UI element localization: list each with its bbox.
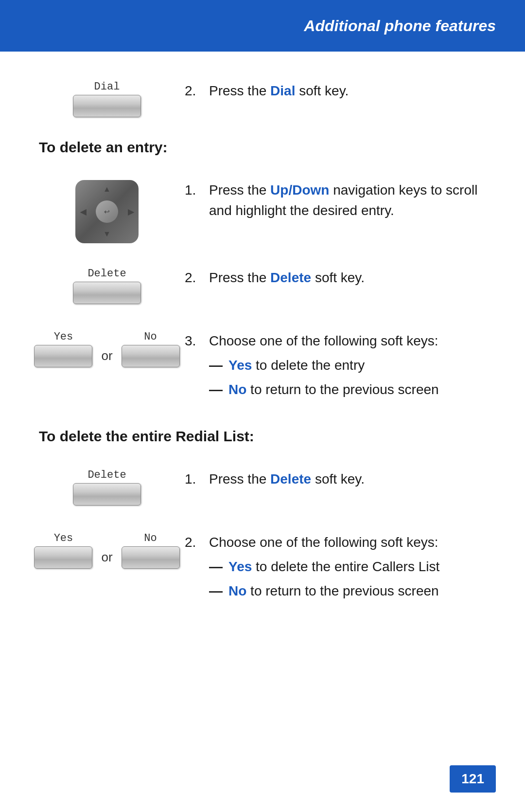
redial-step1-number: 1. xyxy=(185,469,209,489)
dial-softkey-image: Dial xyxy=(73,81,141,117)
delete-redial-label: Delete xyxy=(88,469,126,481)
dial-softkey-label: Dial xyxy=(94,81,120,93)
delete-redial-step2-item: 2. Choose one of the following soft keys… xyxy=(185,532,486,605)
yes1-softkey-image: Yes xyxy=(34,331,92,367)
bullet2-text: No to return to the previous screen xyxy=(228,379,439,400)
no1-label: No xyxy=(144,331,157,343)
delete-entry-step1-item: 1. Press the Up/Down navigation keys to … xyxy=(185,180,486,221)
delete-redial-step2-text: 2. Choose one of the following soft keys… xyxy=(175,527,486,610)
delete-entry-step2-row: Delete 2. Press the Delete soft key. xyxy=(39,263,486,307)
delete-entry-step3-text: 3. Choose one of the following soft keys… xyxy=(175,326,486,409)
delete-redial-softkey-col: Delete xyxy=(39,464,175,508)
dial-step2-row: Dial 2. Press the Dial soft key. xyxy=(39,76,486,120)
delete-redial-rect xyxy=(73,483,141,505)
navkey-enter-icon: ↩ xyxy=(104,208,110,216)
delete-entry-step3-item: 3. Choose one of the following soft keys… xyxy=(185,331,486,404)
yes1-label: Yes xyxy=(54,331,73,343)
step3-description: Choose one of the following soft keys: —… xyxy=(209,331,486,404)
yesno2-image-col: Yes or No xyxy=(39,527,175,571)
no2-rect xyxy=(122,546,180,569)
no1-rect xyxy=(122,345,180,367)
redial-step2-number: 2. xyxy=(185,532,209,553)
delete-entry-step1-text: 1. Press the Up/Down navigation keys to … xyxy=(175,175,486,226)
page-content: Dial 2. Press the Dial soft key. To dele… xyxy=(0,52,525,668)
step1-number: 1. xyxy=(185,180,209,200)
redial-bullet1-item: — Yes to delete the entire Callers List xyxy=(209,557,486,577)
yes2-label: Yes xyxy=(54,532,73,544)
redial-bullet1-dash: — xyxy=(209,557,228,577)
delete-redial-softkey-image: Delete xyxy=(73,469,141,505)
yes2-rect xyxy=(34,546,92,569)
redial-bullet1-text: Yes to delete the entire Callers List xyxy=(228,557,439,577)
redial-bullet2-item: — No to return to the previous screen xyxy=(209,581,486,601)
delete-entry-step2-item: 2. Press the Delete soft key. xyxy=(185,268,486,288)
redial-bullet2-dash: — xyxy=(209,581,228,601)
delete-softkey-rect xyxy=(73,282,141,304)
redial-step2-bullets: — Yes to delete the entire Callers List … xyxy=(209,557,486,601)
navkey-right-arrow: ▶ xyxy=(128,207,134,217)
dial-step2-item: 2. Press the Dial soft key. xyxy=(185,81,486,101)
header-bar: Additional phone features xyxy=(0,0,525,52)
dial-step-number: 2. xyxy=(185,81,209,101)
bullet1-dash: — xyxy=(209,355,228,376)
dial-step2-text: 2. Press the Dial soft key. xyxy=(175,76,486,106)
page-title: Additional phone features xyxy=(304,17,496,35)
yes2-softkey-image: Yes xyxy=(34,532,92,569)
no2-softkey-image: No xyxy=(122,532,180,569)
step2-number: 2. xyxy=(185,268,209,288)
navkey-down-arrow: ▼ xyxy=(103,230,111,238)
delete-softkey-label: Delete xyxy=(88,268,126,280)
dial-softkey-rect xyxy=(73,95,141,117)
step3-number: 3. xyxy=(185,331,209,351)
page-number: 121 xyxy=(450,765,496,793)
redial-step1-description: Press the Delete soft key. xyxy=(209,469,486,489)
navkey-center-button: ↩ xyxy=(96,200,118,223)
dial-step-description: Press the Dial soft key. xyxy=(209,81,486,101)
yesno1-buttons-row: Yes or No xyxy=(34,331,179,370)
bullet1-item: — Yes to delete the entry xyxy=(209,355,486,376)
no2-label: No xyxy=(144,532,157,544)
bullet2-dash: — xyxy=(209,379,228,400)
navkey-outer: ▲ ▼ ◀ ▶ ↩ xyxy=(75,180,139,243)
step3-bullets: — Yes to delete the entry — No to return… xyxy=(209,355,486,400)
or1-text: or xyxy=(101,338,112,363)
navkey-left-arrow: ◀ xyxy=(80,207,86,217)
yesno1-image-col: Yes or No xyxy=(39,326,175,370)
yesno2-buttons-row: Yes or No xyxy=(34,532,179,571)
yes1-rect xyxy=(34,345,92,367)
bullet1-text: Yes to delete the entry xyxy=(228,355,365,376)
delete-redial-heading: To delete the entire Redial List: xyxy=(39,428,486,445)
delete-softkey-image: Delete xyxy=(73,268,141,304)
dial-image-col: Dial xyxy=(39,76,175,120)
bullet2-item: — No to return to the previous screen xyxy=(209,379,486,400)
delete-redial-step1-item: 1. Press the Delete soft key. xyxy=(185,469,486,489)
delete-entry-heading: To delete an entry: xyxy=(39,139,486,156)
delete-softkey-image-col: Delete xyxy=(39,263,175,307)
step2-description: Press the Delete soft key. xyxy=(209,268,486,288)
navkey-image-col: ▲ ▼ ◀ ▶ ↩ xyxy=(39,175,175,243)
delete-redial-step1-text: 1. Press the Delete soft key. xyxy=(175,464,486,494)
redial-step2-description: Choose one of the following soft keys: —… xyxy=(209,532,486,605)
redial-bullet2-text: No to return to the previous screen xyxy=(228,581,439,601)
delete-redial-step2-row: Yes or No 2. Choose one of the following… xyxy=(39,527,486,610)
delete-entry-step3-row: Yes or No 3. Choose one of the following… xyxy=(39,326,486,409)
delete-entry-step2-text: 2. Press the Delete soft key. xyxy=(175,263,486,293)
or2-text: or xyxy=(101,539,112,565)
no1-softkey-image: No xyxy=(122,331,180,367)
navkey-up-arrow: ▲ xyxy=(103,185,111,194)
delete-entry-step1-row: ▲ ▼ ◀ ▶ ↩ 1. Press the Up/Down navigatio… xyxy=(39,175,486,243)
step1-description: Press the Up/Down navigation keys to scr… xyxy=(209,180,486,221)
delete-redial-step1-row: Delete 1. Press the Delete soft key. xyxy=(39,464,486,508)
